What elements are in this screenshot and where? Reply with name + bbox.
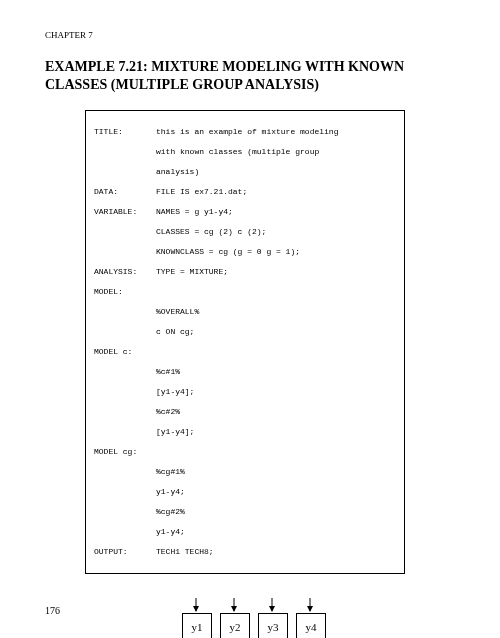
title-line-1: EXAMPLE 7.21: MIXTURE MODELING WITH KNOW… bbox=[45, 59, 404, 74]
code-output-l1: TECH1 TECH8; bbox=[156, 547, 214, 556]
code-modelc-label: MODEL c: bbox=[94, 347, 156, 357]
code-variable-l3: KNOWNCLASS = cg (g = 0 g = 1); bbox=[156, 247, 300, 256]
code-model-l1: %OVERALL% bbox=[156, 307, 199, 316]
code-analysis-l1: TYPE = MIXTURE; bbox=[156, 267, 228, 276]
node-y2: y2 bbox=[220, 613, 250, 638]
code-title-l1: this is an example of mixture modeling bbox=[156, 127, 338, 136]
node-y1: y1 bbox=[182, 613, 212, 638]
page: CHAPTER 7 EXAMPLE 7.21: MIXTURE MODELING… bbox=[0, 0, 500, 638]
code-data-l1: FILE IS ex7.21.dat; bbox=[156, 187, 247, 196]
code-modelcg-label: MODEL cg: bbox=[94, 447, 156, 457]
diagram-edges bbox=[140, 594, 360, 638]
code-analysis-label: ANALYSIS: bbox=[94, 267, 156, 277]
code-modelcg-l2: y1-y4; bbox=[156, 487, 185, 496]
title-line-2: CLASSES (MULTIPLE GROUP ANALYSIS) bbox=[45, 77, 319, 92]
code-modelcg-l4: y1-y4; bbox=[156, 527, 185, 536]
node-y3: y3 bbox=[258, 613, 288, 638]
code-variable-label: VARIABLE: bbox=[94, 207, 156, 217]
code-variable-l2: CLASSES = cg (2) c (2); bbox=[156, 227, 266, 236]
code-title-label: TITLE: bbox=[94, 127, 156, 137]
code-modelcg-l3: %cg#2% bbox=[156, 507, 185, 516]
diagram: y1 y2 y3 y4 cg c bbox=[140, 594, 360, 638]
code-output-label: OUTPUT: bbox=[94, 547, 156, 557]
code-variable-l1: NAMES = g y1-y4; bbox=[156, 207, 233, 216]
page-number: 176 bbox=[45, 605, 60, 616]
code-modelc-l4: [y1-y4]; bbox=[156, 427, 194, 436]
code-block: TITLE:this is an example of mixture mode… bbox=[85, 110, 405, 574]
code-model-label: MODEL: bbox=[94, 287, 156, 297]
code-modelc-l1: %c#1% bbox=[156, 367, 180, 376]
code-data-label: DATA: bbox=[94, 187, 156, 197]
code-model-l2: c ON cg; bbox=[156, 327, 194, 336]
page-title: EXAMPLE 7.21: MIXTURE MODELING WITH KNOW… bbox=[45, 58, 455, 94]
code-modelc-l3: %c#2% bbox=[156, 407, 180, 416]
code-modelcg-l1: %cg#1% bbox=[156, 467, 185, 476]
code-title-l3: analysis) bbox=[156, 167, 199, 176]
node-y4: y4 bbox=[296, 613, 326, 638]
chapter-label: CHAPTER 7 bbox=[45, 30, 455, 40]
code-title-l2: with known classes (multiple group bbox=[156, 147, 319, 156]
code-modelc-l2: [y1-y4]; bbox=[156, 387, 194, 396]
